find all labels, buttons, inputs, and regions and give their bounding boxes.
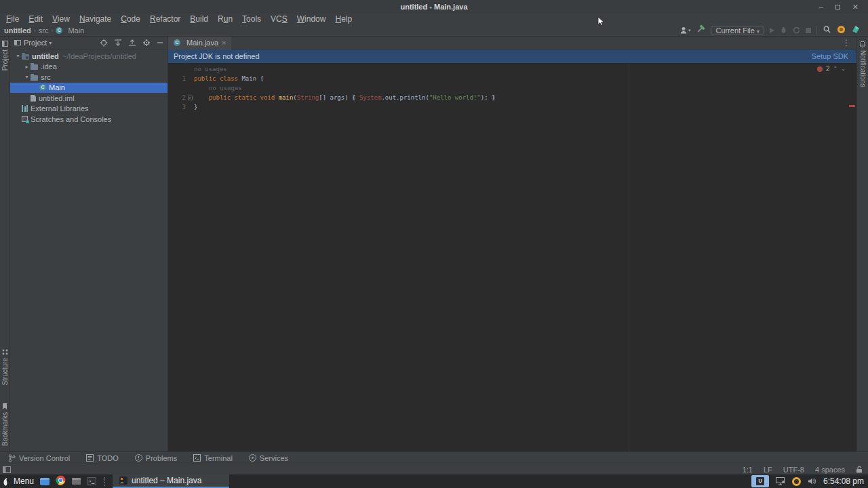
project-panel-title[interactable]: Project	[24, 39, 47, 47]
tree-chevron-icon[interactable]: ▾	[23, 74, 31, 80]
fold-marker-icon[interactable]	[188, 96, 193, 100]
services-icon	[249, 454, 256, 462]
locate-file-icon[interactable]	[100, 39, 108, 47]
code-line-2[interactable]: 2 public static void main(String[] args)…	[168, 93, 856, 102]
search-everywhere-icon[interactable]	[823, 24, 831, 37]
setup-sdk-link[interactable]: Setup SDK	[812, 52, 848, 60]
indent-style[interactable]: 4 spaces	[815, 466, 845, 474]
taskbar-window-button[interactable]: untitled – Main.java	[113, 474, 229, 488]
menu-item-help[interactable]: Help	[330, 14, 357, 25]
collapse-all-icon[interactable]	[128, 39, 136, 47]
tree-item-external-libraries[interactable]: External Libraries	[10, 104, 167, 115]
menu-item-navigate[interactable]: Navigate	[75, 14, 116, 25]
line-ending[interactable]: LF	[764, 466, 772, 474]
tree-item-scratches-and-consoles[interactable]: Scratches and Consoles	[10, 114, 167, 125]
tree-chevron-icon[interactable]: ▸	[23, 64, 31, 70]
archive-app-icon[interactable]	[72, 478, 81, 485]
tool-window-bar: Version Control TODO Problems Terminal S…	[0, 451, 868, 464]
inlay-hint[interactable]: no usages	[168, 64, 856, 74]
menu-item-code[interactable]: Code	[116, 14, 145, 25]
breadcrumb-project[interactable]: untitled	[4, 26, 31, 35]
tool-stripe-bookmarks[interactable]: Bookmarks	[1, 403, 9, 446]
clock[interactable]: 6:54:08 pm	[823, 476, 864, 486]
file-icon	[31, 95, 36, 102]
tool-stripe-project[interactable]: Project	[1, 41, 9, 70]
menu-item-run[interactable]: Run	[213, 14, 237, 25]
code-line-3[interactable]: 3}	[168, 102, 856, 112]
code-editor[interactable]: 2 ⌃ ⌄ no usages1public class Main {no us…	[168, 63, 856, 451]
volume-icon[interactable]	[808, 477, 816, 485]
file-encoding[interactable]: UTF-8	[783, 466, 804, 474]
debug-button[interactable]	[780, 24, 787, 37]
minimize-icon[interactable]: –	[819, 0, 823, 14]
browser-icon[interactable]	[56, 475, 66, 488]
code-line-1[interactable]: 1public class Main {	[168, 74, 856, 83]
error-stripe-mark[interactable]	[849, 105, 855, 107]
unlock-icon[interactable]	[856, 466, 863, 473]
breadcrumb-main[interactable]: Main	[68, 26, 84, 35]
file-manager-icon[interactable]	[40, 478, 50, 485]
gear-icon[interactable]	[142, 39, 151, 47]
problems-icon	[135, 454, 142, 462]
tab-main-java[interactable]: C Main.java ×	[168, 37, 231, 49]
tab-options-icon[interactable]: ⋮	[842, 38, 856, 47]
menu-item-view[interactable]: View	[47, 14, 75, 25]
breadcrumb-src[interactable]: src	[39, 26, 49, 35]
editor-area: C Main.java × ⋮ Project JDK is not defin…	[168, 37, 856, 451]
tree-item--idea[interactable]: ▸.idea	[10, 62, 167, 73]
tree-item-untitled-iml[interactable]: untitled.iml	[10, 93, 167, 104]
menu-item-vcs[interactable]: VCS	[266, 14, 292, 25]
close-icon[interactable]: ✕	[852, 0, 859, 14]
maximize-icon[interactable]	[835, 5, 840, 9]
tool-button-services[interactable]: Services	[249, 454, 288, 462]
prev-error-icon[interactable]: ⌃	[833, 66, 838, 72]
build-hammer-icon[interactable]	[696, 24, 705, 37]
user-profile-icon[interactable]: ▾	[679, 26, 691, 35]
caret-position[interactable]: 1:1	[743, 466, 753, 474]
tree-item-label: Scratches and Consoles	[31, 115, 111, 123]
chevron-down-icon[interactable]: ▾	[49, 40, 52, 46]
tool-button-problems[interactable]: Problems	[135, 454, 177, 462]
menu-item-window[interactable]: Window	[292, 14, 331, 25]
tool-window-toggle-icon[interactable]	[3, 466, 11, 474]
tool-stripe-structure[interactable]: Structure	[1, 349, 9, 386]
code-text: public class Main {	[194, 75, 264, 82]
tree-item-src[interactable]: ▾src	[10, 72, 167, 83]
stop-button[interactable]	[806, 28, 811, 33]
tray-active-app-icon[interactable]: U	[751, 475, 769, 487]
settings-gem-icon[interactable]	[851, 24, 860, 37]
menu-item-file[interactable]: File	[1, 14, 24, 25]
run-button[interactable]	[770, 28, 774, 33]
run-coverage-button[interactable]	[793, 24, 800, 37]
tool-button-terminal[interactable]: Terminal	[193, 454, 233, 462]
structure-tool-icon	[2, 349, 8, 355]
tab-close-icon[interactable]: ×	[222, 39, 226, 47]
run-configuration-select[interactable]: Current File ▾	[711, 26, 764, 35]
menu-item-build[interactable]: Build	[185, 14, 213, 25]
tree-chevron-icon[interactable]: ▾	[14, 53, 22, 59]
update-tray-icon[interactable]	[792, 477, 801, 486]
display-tray-icon[interactable]	[776, 477, 785, 485]
hide-panel-icon[interactable]	[157, 39, 163, 47]
code-with-me-icon[interactable]	[837, 24, 846, 37]
start-menu-button[interactable]: Menu	[3, 476, 34, 486]
scratches-icon	[22, 116, 28, 122]
expand-all-icon[interactable]	[114, 39, 122, 47]
menu-item-tools[interactable]: Tools	[237, 14, 266, 25]
menu-item-edit[interactable]: Edit	[24, 14, 47, 25]
tool-stripe-notifications[interactable]: Notifications	[859, 41, 867, 87]
tree-item-main[interactable]: CMain	[10, 83, 167, 94]
code-text: public static void main(String[] args) {…	[194, 94, 495, 101]
project-view-icon	[14, 39, 21, 46]
tool-button-version-control[interactable]: Version Control	[8, 454, 70, 462]
main-area: Project Structure Bookmarks Project ▾	[0, 37, 868, 451]
tree-item-untitled[interactable]: ▾untitled~/IdeaProjects/untitled	[10, 51, 167, 62]
folder-icon	[31, 64, 38, 70]
right-margin-guide	[629, 63, 629, 451]
next-error-icon[interactable]: ⌄	[841, 66, 846, 72]
tool-button-todo[interactable]: TODO	[86, 454, 119, 462]
menu-item-refactor[interactable]: Refactor	[145, 14, 185, 25]
folder-icon	[31, 75, 38, 81]
inlay-hint[interactable]: no usages	[168, 83, 856, 93]
terminal-app-icon[interactable]: ›_	[87, 477, 96, 485]
